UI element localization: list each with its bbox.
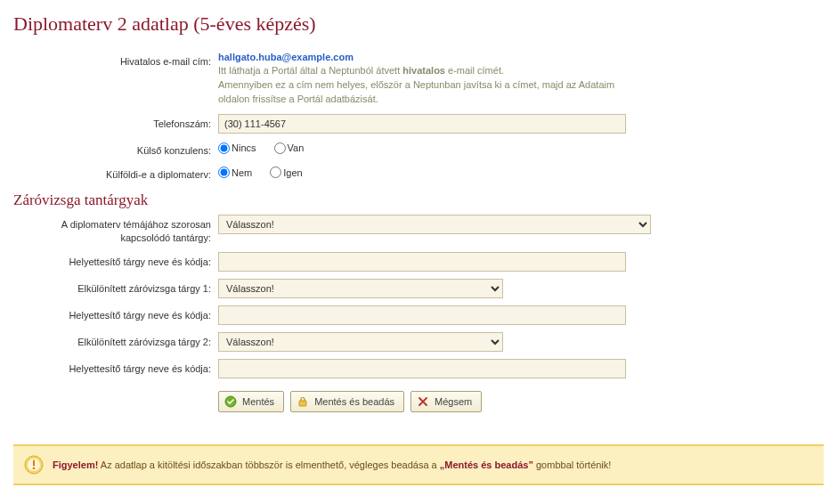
alert-strong: Figyelem! — [53, 459, 98, 470]
radio-extcons-none-label[interactable]: Nincs — [218, 142, 256, 154]
alert-part1: Az adatlap a kitöltési időszakban többsz… — [98, 459, 439, 470]
row-substitute-3: Helyettesítő tárgy neve és kódja: — [13, 359, 824, 378]
radio-extcons-yes-text: Van — [288, 142, 305, 153]
email-link[interactable]: hallgato.huba@example.com — [218, 52, 353, 62]
row-substitute-2: Helyettesítő tárgy neve és kódja: — [13, 305, 824, 325]
row-substitute-1: Helyettesítő tárgy neve és kódja: — [13, 252, 824, 272]
section-exam-title: Záróvizsga tantárgyak — [13, 191, 824, 209]
substitute-3-input[interactable] — [218, 359, 626, 378]
row-related-subject: A diplomaterv témájához szorosan kapcsol… — [13, 215, 824, 246]
label-exam1: Elkülönített záróvizsga tárgy 1: — [13, 279, 218, 296]
row-foreign: Külföldi-e a diplomaterv: Nem Igen — [13, 165, 824, 182]
radio-foreign-no[interactable] — [218, 167, 230, 178]
save-button[interactable]: Mentés — [218, 391, 284, 412]
label-email: Hivatalos e-mail cím: — [13, 52, 218, 69]
radio-extcons-none[interactable] — [218, 142, 230, 154]
foreign-radio-group: Nem Igen — [218, 165, 824, 178]
alert-strong2: „Mentés és beadás” — [440, 459, 533, 470]
label-substitute-1: Helyettesítő tárgy neve és kódja: — [13, 252, 218, 269]
email-hint: Itt láthatja a Portál által a Neptunból … — [218, 64, 628, 107]
substitute-2-input[interactable] — [218, 305, 626, 325]
email-hint-pre: Itt láthatja a Portál által a Neptunból … — [218, 65, 402, 76]
row-exam1: Elkülönített záróvizsga tárgy 1: Válassz… — [13, 279, 824, 298]
alert-text: Figyelem! Az adatlap a kitöltési időszak… — [53, 459, 611, 470]
row-email: Hivatalos e-mail cím: hallgato.huba@exam… — [13, 52, 824, 107]
lock-icon — [297, 395, 309, 408]
label-foreign: Külföldi-e a diplomaterv: — [13, 165, 218, 182]
save-button-label: Mentés — [242, 396, 274, 407]
substitute-1-input[interactable] — [218, 252, 626, 272]
label-related-subject: A diplomaterv témájához szorosan kapcsol… — [13, 215, 218, 246]
radio-extcons-yes-label[interactable]: Van — [274, 142, 305, 154]
email-hint-2: Amennyiben ez a cím nem helyes, először … — [218, 79, 614, 104]
radio-foreign-yes[interactable] — [270, 167, 281, 178]
page-title: Diplomaterv 2 adatlap (5-éves képzés) — [13, 12, 824, 36]
svg-point-5 — [33, 467, 36, 470]
row-external-consultant: Külső konzulens: Nincs Van — [13, 141, 824, 158]
radio-foreign-yes-text: Igen — [283, 167, 302, 178]
alert-part2: gombbal történik! — [533, 459, 611, 470]
cancel-button-label: Mégsem — [435, 396, 472, 407]
exam2-select[interactable]: Válasszon! — [218, 332, 503, 352]
label-external-consultant: Külső konzulens: — [13, 141, 218, 158]
row-buttons: Mentés Mentés és beadás Mégsem — [13, 386, 824, 412]
warning-icon — [24, 455, 44, 475]
row-phone: Telefonszám: — [13, 114, 824, 134]
related-subject-select[interactable]: Válasszon! — [218, 215, 651, 234]
label-substitute-2: Helyettesítő tárgy neve és kódja: — [13, 305, 218, 322]
svg-rect-4 — [33, 460, 35, 467]
email-hint-tail: e-mail címét. — [445, 65, 504, 76]
radio-foreign-no-label[interactable]: Nem — [218, 167, 252, 178]
radio-extcons-yes[interactable] — [274, 142, 286, 154]
radio-foreign-yes-label[interactable]: Igen — [270, 167, 302, 178]
label-substitute-3: Helyettesítő tárgy neve és kódja: — [13, 359, 218, 376]
check-circle-icon — [224, 395, 237, 408]
exam1-select[interactable]: Válasszon! — [218, 279, 503, 298]
email-hint-strong: hivatalos — [402, 65, 445, 76]
label-phone: Telefonszám: — [13, 114, 218, 131]
svg-rect-1 — [299, 401, 306, 406]
row-exam2: Elkülönített záróvizsga tárgy 2: Válassz… — [13, 332, 824, 352]
alert-box: Figyelem! Az adatlap a kitöltési időszak… — [13, 444, 824, 485]
phone-input[interactable] — [218, 114, 626, 134]
save-and-submit-button-label: Mentés és beadás — [314, 396, 394, 407]
save-and-submit-button[interactable]: Mentés és beadás — [290, 391, 404, 412]
radio-foreign-no-text: Nem — [232, 167, 252, 178]
cancel-button[interactable]: Mégsem — [410, 391, 482, 412]
radio-extcons-none-text: Nincs — [232, 142, 256, 153]
label-exam2: Elkülönített záróvizsga tárgy 2: — [13, 332, 218, 349]
external-consultant-radio-group: Nincs Van — [218, 141, 824, 154]
close-icon — [417, 395, 429, 408]
